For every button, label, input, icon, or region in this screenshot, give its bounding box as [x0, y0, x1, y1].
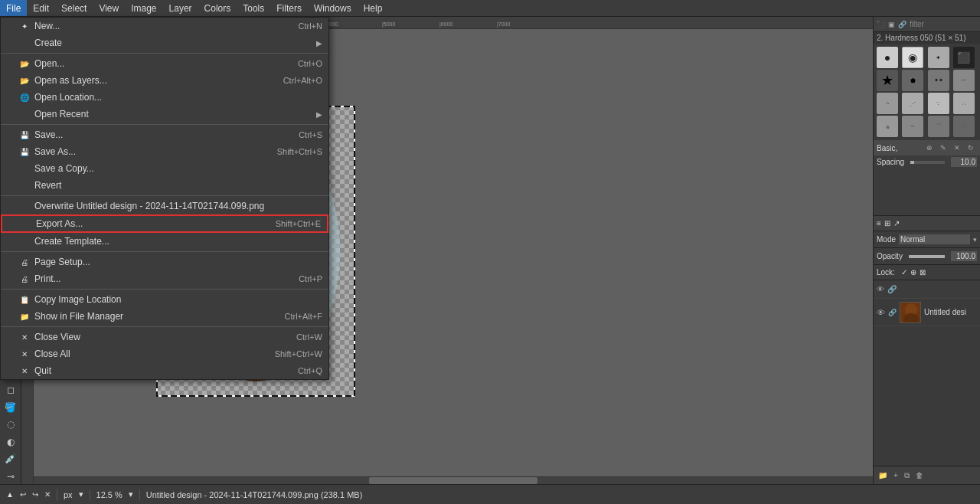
spacing-slider-fill — [910, 161, 913, 164]
brush-item-5[interactable]: ★ — [877, 70, 898, 91]
status-zoom-arrow[interactable]: ▾ — [129, 489, 133, 499]
close-all-shortcut: Shift+Ctrl+W — [244, 349, 322, 358]
tool-color-picker[interactable]: 💉 — [2, 451, 19, 467]
brush-tool1[interactable]: ⊕ — [923, 142, 936, 154]
menu-image[interactable]: Image — [125, 0, 162, 16]
layers-list[interactable]: 👁 🔗 👁 🔗 Untitled desi — [874, 280, 980, 466]
menu-create[interactable]: Create ▶ — [1, 34, 328, 51]
menu-open[interactable]: 📂 Open... Ctrl+O — [1, 55, 328, 72]
menu-tools[interactable]: Tools — [237, 0, 270, 16]
hscrollbar[interactable] — [34, 476, 873, 484]
right-panel: ⬛ ▣ 🔗 filter 2. Hardness 050 (51 × 51) ●… — [873, 17, 980, 484]
open-recent-label: Open Recent — [34, 109, 89, 119]
status-unit-arrow[interactable]: ▾ — [79, 489, 83, 499]
spacing-label: Spacing — [877, 158, 904, 166]
brush-item-6[interactable]: ⬟ — [902, 70, 923, 91]
create-template-label: Create Template... — [34, 236, 109, 247]
status-undo-btn[interactable]: ↩ — [20, 490, 26, 499]
menu-copy-image-location[interactable]: 📋 Copy Image Location — [1, 291, 328, 308]
status-close-btn[interactable]: ✕ — [44, 490, 51, 499]
layer-chain-0: 🔗 — [888, 309, 897, 316]
close-all-label: Close All — [34, 349, 70, 359]
revert-label: Revert — [34, 180, 61, 191]
layers-header: ≡ ⊞ ↗ — [874, 216, 980, 231]
menu-create-template[interactable]: Create Template... — [1, 233, 328, 250]
menu-open-recent[interactable]: Open Recent ▶ — [1, 106, 328, 123]
brush-item-3[interactable]: ✦ — [928, 47, 949, 68]
menu-layer[interactable]: Layer — [163, 0, 198, 16]
new-shortcut: Ctrl+N — [268, 21, 322, 31]
save-label: Save... — [34, 129, 63, 140]
brush-item-13[interactable]: ≋ — [877, 116, 898, 137]
menu-page-setup[interactable]: 🖨 Page Setup... — [1, 254, 328, 270]
brush-item-4[interactable]: ⬛ — [953, 47, 975, 68]
menu-open-as-layers[interactable]: 📂 Open as Layers... Ctrl+Alt+O — [1, 72, 328, 89]
brush-item-14[interactable]: ∽ — [902, 116, 923, 137]
create-arrow: ▶ — [316, 39, 322, 47]
lock-pixels[interactable]: ✓ — [901, 268, 907, 277]
brush-item-12[interactable]: ⸫ — [953, 93, 975, 114]
brush-item-7[interactable]: ✦✦ — [928, 70, 949, 91]
brush-icon3: 🔗 — [898, 21, 906, 28]
menu-show-file-manager[interactable]: 📁 Show in File Manager Ctrl+Alt+F — [1, 308, 328, 325]
opacity-slider[interactable] — [909, 255, 945, 258]
brush-item-16[interactable]: /‾\ — [953, 116, 975, 137]
menu-print[interactable]: 🖨 Print... Ctrl+P — [1, 270, 328, 287]
tool-measure[interactable]: ⊸ — [2, 468, 19, 484]
hscrollbar-thumb[interactable] — [369, 477, 537, 484]
tool-erase[interactable]: ◻ — [2, 382, 19, 398]
menu-colors[interactable]: Colors — [198, 0, 237, 16]
new-layer-group-btn[interactable]: 📁 — [877, 470, 889, 481]
quit-label: Quit — [34, 365, 51, 376]
menu-overwrite[interactable]: Overwrite Untitled design - 2024-11-14T0… — [1, 198, 328, 214]
layer-item-0[interactable]: 👁 🔗 Untitled desi — [874, 299, 980, 326]
menu-close-all[interactable]: ✕ Close All Shift+Ctrl+W — [1, 345, 328, 362]
menu-revert[interactable]: Revert — [1, 177, 328, 194]
brush-item-2[interactable]: ◉ — [902, 47, 923, 68]
eye-icon[interactable]: 👁 — [877, 285, 884, 293]
menu-file[interactable]: File — [0, 0, 27, 16]
sep3 — [1, 195, 328, 196]
layer-visibility-0[interactable]: 👁 — [877, 308, 885, 317]
menu-open-location[interactable]: 🌐 Open Location... — [1, 89, 328, 106]
brush-tool4[interactable]: ↻ — [965, 142, 977, 154]
status-redo-btn[interactable]: ↪ — [32, 490, 38, 499]
menu-save[interactable]: 💾 Save... Ctrl+S — [1, 126, 328, 143]
brush-item-15[interactable]: ⌒ — [928, 116, 949, 137]
menu-edit[interactable]: Edit — [27, 0, 55, 16]
brush-item-10[interactable]: ⋰ — [902, 93, 923, 114]
status-expand-btn[interactable]: ▲ — [6, 490, 14, 499]
menu-save-copy[interactable]: Save a Copy... — [1, 160, 328, 177]
menu-help[interactable]: Help — [358, 0, 389, 16]
menu-windows[interactable]: Windows — [308, 0, 358, 16]
menu-select[interactable]: Select — [55, 0, 93, 16]
status-bar: ▲ ↩ ↪ ✕ px ▾ 12.5 % ▾ Untitled design - … — [0, 484, 980, 504]
opacity-input[interactable] — [951, 251, 977, 261]
brush-item-8[interactable]: ⋯ — [953, 70, 975, 91]
lock-position[interactable]: ⊕ — [910, 268, 916, 277]
brush-item-9[interactable]: ∴ — [877, 93, 898, 114]
tool-dodge[interactable]: ◐ — [2, 434, 19, 450]
menu-export-as[interactable]: Export As... Shift+Ctrl+E — [1, 214, 328, 233]
delete-layer-btn[interactable]: 🗑 — [914, 470, 925, 481]
brush-item-11[interactable]: ∵ — [928, 93, 949, 114]
tool-fill[interactable]: 🪣 — [2, 399, 19, 415]
brush-item-1[interactable]: ● — [877, 47, 898, 68]
menu-save-as[interactable]: 💾 Save As... Shift+Ctrl+S — [1, 143, 328, 160]
brush-tool3[interactable]: ✕ — [951, 142, 963, 154]
spacing-input[interactable] — [951, 157, 977, 167]
menu-filters[interactable]: Filters — [270, 0, 308, 16]
duplicate-layer-btn[interactable]: ⧉ — [903, 470, 911, 482]
brush-tool2[interactable]: ✎ — [937, 142, 949, 154]
save-as-label: Save As... — [34, 146, 76, 157]
menu-view[interactable]: View — [93, 0, 125, 16]
tool-blur[interactable]: ◌ — [2, 417, 19, 433]
mode-select[interactable]: Normal — [899, 234, 970, 244]
lock-all[interactable]: ⊠ — [920, 268, 926, 277]
menu-close-view[interactable]: ✕ Close View Ctrl+W — [1, 329, 328, 345]
lock-row: Lock: ✓ ⊕ ⊠ — [874, 265, 980, 280]
new-layer-btn[interactable]: + — [892, 470, 900, 481]
menu-quit[interactable]: ✕ Quit Ctrl+Q — [1, 362, 328, 379]
spacing-slider[interactable] — [910, 161, 945, 164]
menu-new[interactable]: ✦ New... Ctrl+N — [1, 18, 328, 34]
